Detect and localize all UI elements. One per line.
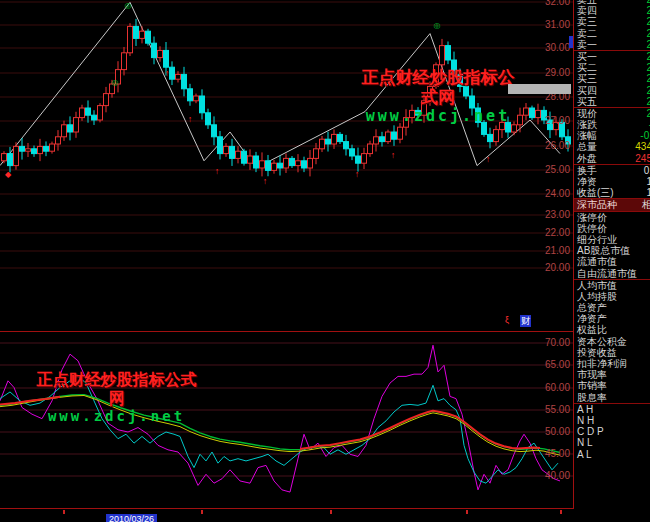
sidebar-row-A H[interactable]: A H [574, 404, 650, 415]
sidebar-row-涨幅[interactable]: 涨幅-0. [574, 130, 650, 141]
candle [362, 154, 367, 164]
time-axis[interactable]: 2010/03/26 [0, 509, 574, 522]
sidebar-row-value: 2 [646, 51, 650, 62]
candle [74, 118, 79, 132]
candle [464, 86, 469, 96]
sidebar-row-N L[interactable]: N L [574, 437, 650, 448]
candle [332, 134, 337, 144]
sidebar-row-卖四[interactable]: 卖四2 [574, 5, 650, 16]
indicator-chart[interactable] [0, 332, 574, 509]
price-axis-label: 22.00 [536, 228, 570, 238]
candle [170, 67, 175, 79]
sidebar-row-label: 净资 [577, 176, 597, 187]
sidebar-row-买二[interactable]: 买二2 [574, 62, 650, 73]
sidebar-row-value: 1 [646, 187, 650, 198]
sidebar-row-现价[interactable]: 现价2 [574, 108, 650, 119]
candle [470, 96, 475, 108]
sidebar-row-label: 市销率 [577, 380, 607, 391]
candle [98, 106, 103, 120]
month-tick [466, 510, 468, 514]
sidebar-row-买一[interactable]: 买一2 [574, 51, 650, 62]
sidebar-row-净资[interactable]: 净资1 [574, 176, 650, 187]
candle [314, 149, 319, 159]
sidebar-row-投资收益[interactable]: 投资收益 [574, 347, 650, 358]
sidebar-row-label: 总量 [577, 141, 597, 152]
indicator-axis-label: 60.00 [536, 383, 570, 393]
indicator-line-green [0, 395, 560, 453]
price-axis-label: 26.00 [536, 141, 570, 151]
sidebar-row-label: 深市品种 [577, 199, 617, 210]
sidebar-row-label: 跌停价 [577, 223, 607, 234]
price-axis-label: 23.00 [536, 210, 570, 220]
sidebar-row-跌停价[interactable]: 跌停价 [574, 223, 650, 234]
price-axis-label: 24.00 [536, 189, 570, 199]
sidebar-row-label: 涨跌 [577, 119, 597, 130]
indicator-tag: 财 [520, 315, 531, 327]
candle [272, 163, 277, 170]
candle [194, 96, 199, 101]
candle [290, 158, 295, 165]
candle [338, 134, 343, 141]
sidebar-row-人均市值[interactable]: 人均市值 [574, 280, 650, 291]
candle [410, 110, 415, 117]
sidebar-row-股息率[interactable]: 股息率 [574, 392, 650, 403]
indicator-axis-label: 40.00 [536, 471, 570, 481]
sidebar-row-外盘[interactable]: 外盘245 [574, 153, 650, 164]
candle [320, 139, 325, 149]
price-axis-label: 27.00 [536, 116, 570, 126]
sidebar-row-净资产[interactable]: 净资产 [574, 313, 650, 324]
sidebar-row-换手[interactable]: 换手0. [574, 165, 650, 176]
sidebar-row-A L[interactable]: A L [574, 449, 650, 460]
sidebar-group: 买一2买二2买三2买四2买五2 [574, 50, 650, 107]
sidebar-row-自由流通市值[interactable]: 自由流通市值 [574, 268, 650, 279]
sidebar-row-流通市值[interactable]: 流通市值 [574, 256, 650, 267]
sidebar-row-涨停价[interactable]: 涨停价 [574, 212, 650, 223]
sidebar-group: A HN HC D PN LA L [574, 403, 650, 460]
price-axis-label: 20.00 [536, 263, 570, 273]
sidebar-group: 现价2涨跌-涨幅-0.总量434外盘245 [574, 107, 650, 164]
sidebar-row-收益(三)[interactable]: 收益(三)1 [574, 187, 650, 198]
sidebar-row-label: 卖二 [577, 28, 597, 39]
candlestick-chart[interactable]: ◆↑↑↑↑↑↑↑◎◎◎ [0, 0, 574, 331]
candle [44, 146, 49, 151]
month-tick [201, 510, 203, 514]
sidebar-row-AB股总市值[interactable]: AB股总市值 [574, 245, 650, 256]
candle [476, 108, 481, 122]
sidebar-row-卖二[interactable]: 卖二2 [574, 28, 650, 39]
sidebar-row-卖一[interactable]: 卖一2 [574, 39, 650, 50]
green-circle-marker: ◎ [125, 1, 132, 10]
sidebar-row-N H[interactable]: N H [574, 415, 650, 426]
candle [206, 113, 211, 125]
sidebar-row-买五[interactable]: 买五2 [574, 96, 650, 107]
sidebar-row-人均持股[interactable]: 人均持股 [574, 291, 650, 302]
sidebar-row-资本公积金[interactable]: 资本公积金 [574, 336, 650, 347]
sidebar-row-深市品种[interactable]: 深市品种相 [574, 199, 650, 210]
sidebar-row-细分行业[interactable]: 细分行业 [574, 234, 650, 245]
green-circle-marker: ◎ [434, 21, 441, 30]
price-axis-label: 29.00 [536, 68, 570, 78]
sidebar-row-买三[interactable]: 买三2 [574, 73, 650, 84]
sidebar-row-总量[interactable]: 总量434 [574, 141, 650, 152]
sidebar-row-label: 现价 [577, 108, 597, 119]
candle [278, 163, 283, 168]
sidebar-row-权益比[interactable]: 权益比 [574, 324, 650, 335]
sidebar-row-买四[interactable]: 买四2 [574, 85, 650, 96]
sidebar-row-涨跌[interactable]: 涨跌- [574, 119, 650, 130]
sidebar-row-value: 2 [646, 85, 650, 96]
candle [356, 156, 361, 163]
sidebar-row-卖三[interactable]: 卖三2 [574, 16, 650, 27]
sidebar-row-总资产[interactable]: 总资产 [574, 302, 650, 313]
sidebar-row-市现率[interactable]: 市现率 [574, 369, 650, 380]
candle [386, 132, 391, 142]
red-arrow-marker: ↑ [263, 176, 268, 186]
sidebar-row-市销率[interactable]: 市销率 [574, 380, 650, 391]
sidebar-row-C D P[interactable]: C D P [574, 426, 650, 437]
candle [86, 108, 91, 115]
candle [308, 158, 313, 168]
candle [80, 108, 85, 118]
indicator-line-magenta [0, 345, 560, 492]
sidebar-row-label: N H [577, 415, 594, 426]
candle [26, 149, 31, 151]
sidebar-row-扣非净利润[interactable]: 扣非净利润 [574, 358, 650, 369]
quote-sidebar[interactable]: 卖五2卖四2卖三2卖二2卖一2买一2买二2买三2买四2买五2现价2涨跌-涨幅-0… [574, 0, 650, 522]
